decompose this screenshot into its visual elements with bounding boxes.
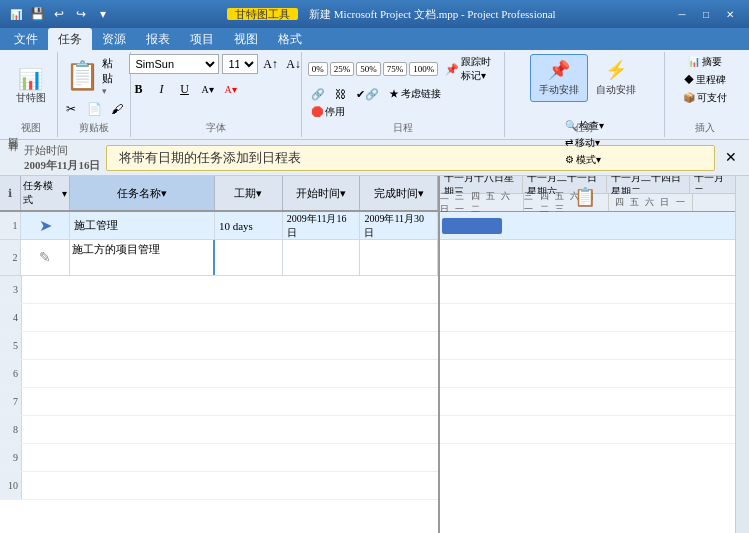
chart-row-6 — [440, 360, 735, 388]
name-col-header[interactable]: 任务名称 ▾ — [70, 176, 215, 210]
close-button[interactable]: ✕ — [719, 5, 741, 23]
consider-link-button[interactable]: ★ 考虑链接 — [386, 86, 445, 102]
row-2-mode[interactable]: ✎ — [21, 240, 69, 275]
tab-format[interactable]: 格式 — [268, 28, 312, 50]
font-color-button[interactable]: A▾ — [221, 79, 241, 99]
info-col-header: ℹ — [0, 176, 21, 210]
start-label: 开始时间 — [24, 143, 100, 158]
tab-task[interactable]: 任务 — [48, 28, 92, 50]
row-1-name[interactable]: 施工管理 — [70, 212, 215, 239]
cut-button[interactable]: ✂ — [61, 99, 81, 119]
day-row-3: 四 五 六 日 一 — [609, 194, 693, 211]
redo-button[interactable]: ↪ — [72, 5, 90, 23]
manual-schedule-button[interactable]: 📌 手动安排 — [530, 54, 588, 102]
auto-schedule-icon: ⚡ — [605, 59, 627, 81]
paste-button[interactable]: 📋 粘贴 ▾ — [61, 54, 127, 98]
save-button[interactable]: 💾 — [28, 5, 46, 23]
task-bar-1 — [442, 218, 502, 234]
track-icon: 📌 — [445, 63, 459, 76]
maximize-button[interactable]: □ — [695, 5, 717, 23]
row-2-name[interactable]: 施工方的项目管理 — [70, 240, 215, 275]
ribbon-group-font: SimSun 11 A↑ A↓ B I U A▾ A▾ 字体 — [131, 52, 301, 137]
finish-col-header[interactable]: 完成时间 ▾ — [360, 176, 438, 210]
increase-font-button[interactable]: A↑ — [261, 54, 281, 74]
ribbon-group-view: 📊 甘特图 视图 — [4, 52, 58, 137]
gantt-view-button[interactable]: 📊 甘特图 — [12, 67, 50, 107]
ribbon-group-schedule: 0% 25% 50% 75% 100% 📌 跟踪时标记▾ 🔗 ⛓ ✔🔗 ★ 考虑… — [302, 52, 505, 137]
special-tab-label: 甘特图工具 — [227, 8, 298, 20]
highlight-button[interactable]: A▾ — [198, 79, 218, 99]
bold-button[interactable]: B — [129, 79, 149, 99]
decrease-font-button[interactable]: A↓ — [284, 54, 304, 74]
minimize-button[interactable]: ─ — [671, 5, 693, 23]
start-col-header[interactable]: 开始时间 ▾ — [283, 176, 361, 210]
row-2-duration[interactable] — [215, 240, 283, 275]
chart-row-7 — [440, 388, 735, 416]
milestone-button[interactable]: ◆ 里程碑 — [681, 72, 730, 88]
track-label: 跟踪时标记▾ — [461, 55, 495, 83]
paste-label: 粘贴 — [102, 56, 123, 86]
check-link-button[interactable]: ✔🔗 — [353, 87, 382, 102]
stop-button[interactable]: 🛑 停用 — [308, 104, 349, 120]
row-1-duration[interactable]: 10 days — [215, 212, 283, 239]
deliverable-button[interactable]: 📦 可支付 — [680, 90, 731, 106]
manual-mode-icon: ✎ — [39, 249, 51, 266]
unlink-button[interactable]: ⛓ — [332, 87, 349, 101]
tab-resource[interactable]: 资源 — [92, 28, 136, 50]
font-family-select[interactable]: SimSun — [129, 54, 219, 74]
notification-text: 将带有日期的任务添加到日程表 — [119, 149, 301, 167]
task-icon: 📋 — [574, 186, 596, 208]
mode-col-header[interactable]: 任务模式 ▾ — [21, 176, 70, 210]
row-2-finish[interactable] — [360, 240, 438, 275]
title-bar-icons: 📊 💾 ↩ ↪ ▾ — [8, 5, 112, 23]
tab-report[interactable]: 报表 — [136, 28, 180, 50]
pct-25-button[interactable]: 25% — [330, 62, 355, 76]
table-row-2: 2 ✎ 施工方的项目管理 — [0, 240, 438, 276]
pct-100-button[interactable]: 100% — [409, 62, 438, 76]
pct-75-button[interactable]: 75% — [383, 62, 408, 76]
dropdown-arrow[interactable]: ▾ — [94, 5, 112, 23]
insert-group-label: 插入 — [695, 121, 715, 135]
row-1-finish[interactable]: 2009年11月30日 — [360, 212, 438, 239]
font-select-row: SimSun 11 A↑ A↓ — [129, 54, 304, 74]
row-2-start[interactable] — [283, 240, 361, 275]
schedule-row2: 🔗 ⛓ ✔🔗 ★ 考虑链接 — [308, 86, 445, 102]
move-button[interactable]: ⇄ 移动▾ — [562, 135, 608, 151]
format-painter-button[interactable]: 🖌 — [107, 99, 127, 119]
empty-row-6: 6 — [0, 360, 438, 388]
right-sidebar — [735, 176, 749, 533]
underline-button[interactable]: U — [175, 79, 195, 99]
pct-0-button[interactable]: 0% — [308, 62, 328, 76]
link-tasks-button[interactable]: 🔗 — [308, 87, 328, 102]
empty-row-5: 5 — [0, 332, 438, 360]
tab-file[interactable]: 文件 — [4, 28, 48, 50]
copy-button[interactable]: 📄 — [84, 99, 104, 119]
font-group-label: 字体 — [206, 121, 226, 135]
mode-button[interactable]: ⚙ 模式▾ — [562, 152, 608, 168]
empty-rows: 3 4 5 6 7 8 9 — [0, 276, 438, 533]
duration-col-header[interactable]: 工期 ▾ — [215, 176, 283, 210]
schedule-group-label: 日程 — [393, 121, 413, 135]
summary-button[interactable]: 📊 摘要 — [685, 54, 726, 70]
row-1-mode[interactable]: ➤ — [21, 212, 69, 239]
window-title: 甘特图工具 新建 Microsoft Project 文档.mpp - Proj… — [112, 7, 671, 22]
track-milestone-button[interactable]: 📌 跟踪时标记▾ — [442, 54, 498, 84]
paste-icon: 📋 — [65, 62, 100, 90]
day-row-4 — [693, 194, 735, 211]
pct-50-button[interactable]: 50% — [356, 62, 381, 76]
italic-button[interactable]: I — [152, 79, 172, 99]
gantt-icon: 📊 — [18, 69, 43, 89]
empty-row-9: 9 — [0, 444, 438, 472]
row-1-number: 1 — [0, 212, 21, 239]
notification-close-button[interactable]: ✕ — [721, 148, 741, 168]
tab-project[interactable]: 项目 — [180, 28, 224, 50]
font-size-select[interactable]: 11 — [222, 54, 258, 74]
start-date: 2009年11月16日 — [24, 158, 100, 173]
clipboard-group-label: 剪贴板 — [79, 121, 109, 135]
manual-schedule-label: 手动安排 — [539, 83, 579, 97]
auto-schedule-button[interactable]: ⚡ 自动安排 — [592, 57, 640, 99]
row-1-start[interactable]: 2009年11月16日 — [283, 212, 361, 239]
tab-view[interactable]: 视图 — [224, 28, 268, 50]
undo-button[interactable]: ↩ — [50, 5, 68, 23]
task-group-content: 📌 手动安排 ⚡ 自动安排 — [530, 54, 640, 118]
